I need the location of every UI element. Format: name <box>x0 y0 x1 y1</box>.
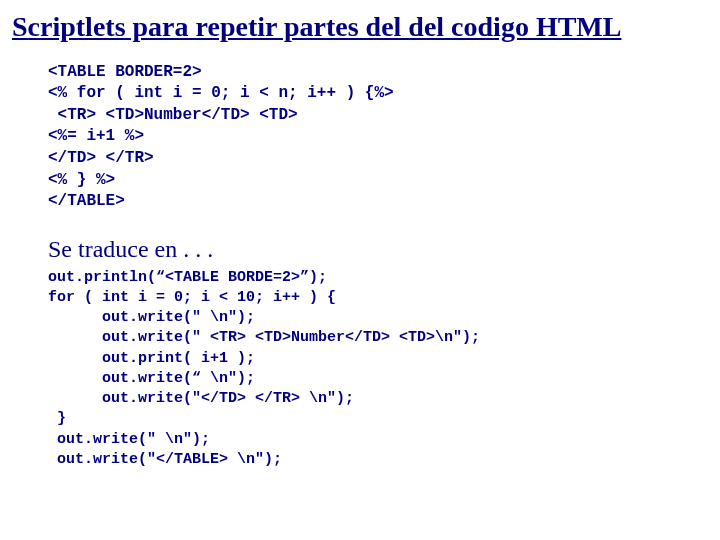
slide-content: Scriptlets para repetir partes del del c… <box>0 0 720 482</box>
servlet-output-code-block: out.println(“<TABLE BORDE=2>”); for ( in… <box>48 268 708 471</box>
slide-title: Scriptlets para repetir partes del del c… <box>12 10 708 44</box>
jsp-code-block: <TABLE BORDER=2> <% for ( int i = 0; i <… <box>48 62 708 213</box>
translation-subheading: Se traduce en . . . <box>48 235 708 264</box>
